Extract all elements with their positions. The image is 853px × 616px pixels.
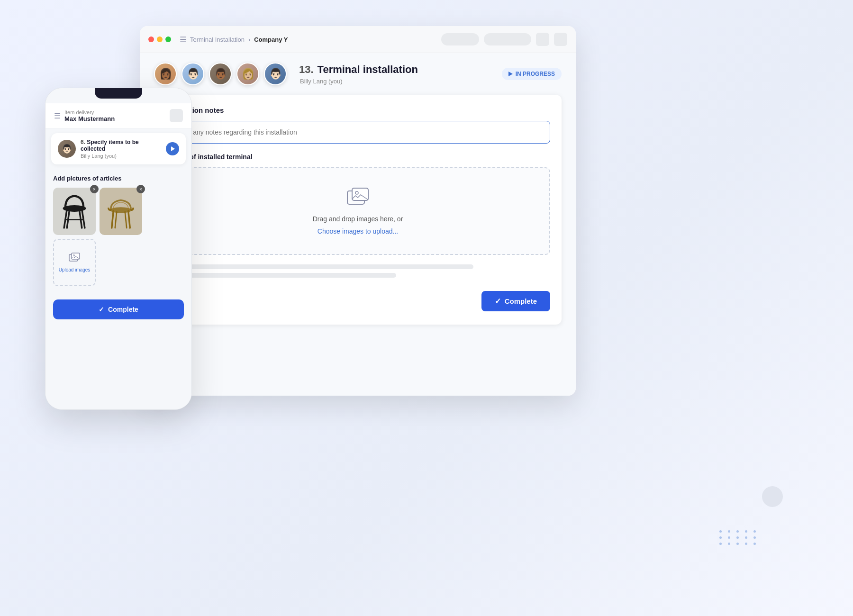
- mobile-item-title: Item delivery: [64, 109, 115, 115]
- avatar-3: 👨🏾: [209, 63, 232, 85]
- image-item-1: ×: [53, 188, 96, 235]
- mobile-complete-label: Complete: [108, 306, 138, 313]
- upload-icon: [69, 253, 80, 264]
- image-upload-icon: [346, 187, 369, 210]
- task-title-area: 13. Terminal installation Billy Lang (yo…: [299, 63, 418, 85]
- task-title: Terminal installation: [318, 63, 418, 76]
- play-icon: [171, 146, 175, 151]
- mobile-device: ☰ Item delivery Max Mustermann 👨🏻 6. Spe…: [45, 88, 192, 410]
- mobile-section-label: Add pictures of articles: [53, 175, 184, 182]
- svg-line-11: [128, 211, 130, 228]
- mobile-task-avatar: 👨🏻: [58, 140, 76, 158]
- browser-window: ☰ Terminal Installation › Company Y 👩🏾 👨…: [140, 26, 576, 396]
- task-number: 13.: [299, 63, 314, 76]
- browser-titlebar: ☰ Terminal Installation › Company Y: [140, 26, 576, 53]
- avatar-5: 👨🏻: [264, 63, 287, 85]
- task-form-card: Installation notes Photos of installed t…: [154, 95, 562, 325]
- image-close-btn-1[interactable]: ×: [90, 185, 99, 193]
- skeleton-1: [165, 264, 473, 269]
- upload-link[interactable]: Choose images to upload...: [318, 227, 398, 235]
- task-number-title: 13. Terminal installation: [299, 63, 418, 76]
- breadcrumb: ☰ Terminal Installation › Company Y: [180, 35, 441, 44]
- mobile-task-assignee: Billy Lang (you): [81, 153, 161, 159]
- image-drop-zone[interactable]: Drag and drop images here, or Choose ima…: [165, 167, 550, 255]
- close-icon: ×: [93, 187, 96, 192]
- mobile-task-title: 6. Specify items to be collected: [81, 139, 161, 152]
- avatar-row: 👩🏾 👨🏻 👨🏾 👩🏼 👨🏻 13. Terminal installa: [154, 63, 562, 85]
- avatar-2: 👨🏻: [181, 63, 204, 85]
- close-dot: [148, 36, 154, 42]
- mobile-header-action[interactable]: [170, 109, 183, 122]
- skeleton-2: [165, 273, 396, 278]
- mobile-task-name: Specify items to be collected: [81, 139, 139, 152]
- desktop-complete-button[interactable]: ✓ Complete: [481, 291, 550, 311]
- photos-section-label: Photos of installed terminal: [165, 153, 550, 161]
- browser-actions: [441, 33, 567, 46]
- decorative-dots: [719, 530, 758, 545]
- minimize-dot: [157, 36, 163, 42]
- avatar-4: 👩🏼: [236, 63, 259, 85]
- mobile-task-number: 6.: [81, 139, 85, 145]
- status-text: IN PROGRESS: [516, 71, 555, 77]
- list-icon: ☰: [180, 35, 186, 44]
- complete-label: Complete: [505, 297, 537, 305]
- mobile-task-item[interactable]: 👨🏻 6. Specify items to be collected Bill…: [51, 133, 186, 164]
- mobile-notch: [95, 88, 142, 99]
- mobile-complete-button[interactable]: ✓ Complete: [53, 299, 184, 319]
- image-item-2: ×: [100, 188, 142, 235]
- svg-line-13: [125, 212, 127, 228]
- browser-icon-2: [554, 33, 567, 46]
- browser-btn-1: [441, 33, 479, 45]
- task-assignee: Billy Lang (you): [300, 78, 418, 85]
- image-box-1: [53, 188, 96, 235]
- chat-bubble[interactable]: [762, 486, 783, 507]
- maximize-dot: [165, 36, 171, 42]
- mobile-image-grid: ×: [53, 188, 184, 286]
- browser-dots: [148, 36, 171, 42]
- breadcrumb-section: Terminal Installation: [190, 36, 245, 43]
- browser-content: 👩🏾 👨🏻 👨🏾 👩🏼 👨🏻 13. Terminal installa: [140, 53, 576, 396]
- mobile-content: ☰ Item delivery Max Mustermann 👨🏻 6. Spe…: [45, 88, 191, 409]
- installation-notes-input[interactable]: [165, 121, 550, 144]
- image-box-2: [100, 188, 142, 235]
- mobile-item-name: Max Mustermann: [64, 115, 115, 122]
- mobile-upload-box[interactable]: Upload images: [53, 239, 96, 286]
- skeleton-lines: [165, 264, 550, 278]
- play-icon: [508, 72, 513, 76]
- mobile-play-button[interactable]: [166, 142, 179, 155]
- check-icon: ✓: [495, 297, 501, 306]
- image-close-btn-2[interactable]: ×: [136, 185, 145, 193]
- avatar-1: 👩🏾: [154, 63, 177, 85]
- mobile-list-icon: ☰: [54, 111, 61, 120]
- drop-text: Drag and drop images here, or: [313, 215, 403, 223]
- mobile-form-section: Add pictures of articles: [45, 169, 191, 292]
- upload-label: Upload images: [59, 267, 91, 272]
- browser-icon-1: [536, 33, 549, 46]
- browser-btn-2: [484, 33, 531, 45]
- close-icon-2: ×: [139, 187, 142, 192]
- mobile-check-icon: ✓: [99, 306, 104, 313]
- svg-line-12: [115, 212, 117, 228]
- in-progress-badge: IN PROGRESS: [502, 68, 562, 80]
- breadcrumb-current: Company Y: [254, 36, 288, 43]
- svg-line-10: [112, 211, 114, 228]
- installation-notes-label: Installation notes: [165, 106, 550, 114]
- mobile-header: ☰ Item delivery Max Mustermann: [45, 103, 191, 128]
